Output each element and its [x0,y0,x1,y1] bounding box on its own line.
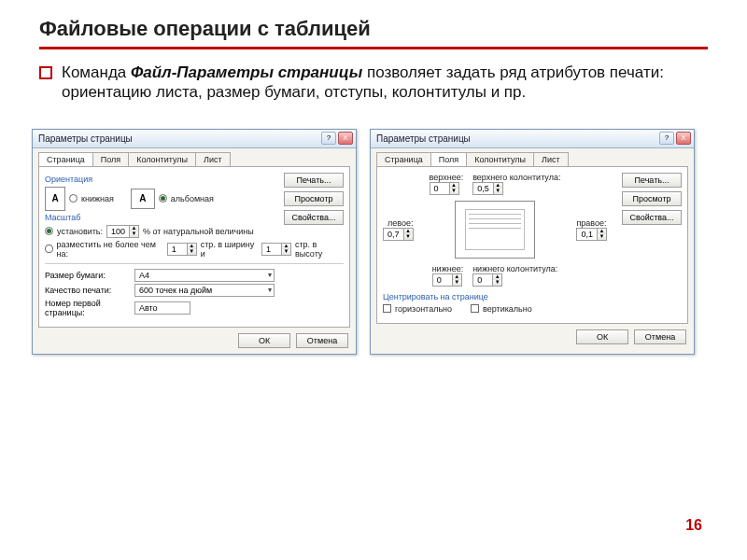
margin-left-label: левое: [383,218,414,228]
tab-page[interactable]: Страница [38,152,93,166]
margin-right-spinner[interactable]: 0,1 ▲▼ [576,228,607,241]
paper-size-select[interactable]: A4▾ [134,269,275,282]
margin-footer-spinner[interactable]: 0 ▲▼ [472,273,502,287]
landscape-radio[interactable] [159,194,167,203]
scale-set-label: установить: [57,227,103,236]
tab-sheet[interactable]: Лист [195,152,231,166]
titlebar[interactable]: Параметры страницы ? X [371,130,694,148]
spin-down-icon[interactable]: ▼ [449,189,458,194]
spin-down-icon[interactable]: ▼ [492,280,501,286]
portrait-label: книжная [81,194,114,203]
tab-headers[interactable]: Колонтитулы [128,152,196,166]
slide-title: Файловые операции с таблицей [39,17,708,49]
scale-set-radio[interactable] [45,227,53,235]
center-horizontal-checkbox[interactable] [383,304,391,313]
chevron-down-icon: ▾ [268,286,272,294]
print-quality-value: 600 точек на дюйм [139,286,212,295]
properties-button[interactable]: Свойства... [622,210,682,225]
page-setup-dialog-page: Параметры страницы ? X Страница Поля Кол… [32,129,357,355]
print-button[interactable]: Печать... [284,173,344,188]
scale-percent-value: 100 [107,227,129,236]
paper-size-label: Размер бумаги: [45,271,131,280]
properties-button[interactable]: Свойства... [284,210,344,225]
center-vertical-checkbox[interactable] [471,304,479,313]
margin-left-spinner[interactable]: 0,7 ▲▼ [383,228,414,241]
fit-width-spinner[interactable]: 1 ▲▼ [167,243,197,256]
cancel-button[interactable]: Отмена [634,329,686,344]
page-setup-dialog-margins: Параметры страницы ? X Страница Поля Кол… [370,129,695,355]
preview-button[interactable]: Просмотр [284,191,344,206]
close-button[interactable]: X [676,132,691,145]
margin-preview [455,201,535,259]
margin-footer-value: 0 [473,275,492,285]
portrait-radio[interactable] [69,194,78,203]
margin-right-value: 0,1 [577,230,597,239]
first-page-label: Номер первой страницы: [45,299,131,317]
help-button[interactable]: ? [321,132,336,145]
slide-number: 16 [685,517,702,534]
margin-right-label: правое: [576,218,607,228]
spin-down-icon[interactable]: ▼ [452,280,461,286]
margin-footer-label: нижнего колонтитула: [472,264,557,273]
body-prefix: Команда [62,63,131,81]
first-page-input[interactable]: Авто [134,301,190,315]
print-button[interactable]: Печать... [622,173,682,188]
body-paragraph: Команда Файл-Параметры страницы позволяе… [62,63,708,103]
portrait-icon: A [45,187,65,211]
print-quality-label: Качество печати: [45,286,131,295]
paper-size-value: A4 [139,271,149,280]
spin-down-icon[interactable]: ▼ [187,249,196,255]
tab-headers[interactable]: Колонтитулы [466,152,534,166]
fit-height-value: 1 [262,245,281,254]
first-page-value: Авто [139,303,158,313]
margin-top-value: 0 [430,184,449,193]
margin-bottom-spinner[interactable]: 0 ▲▼ [432,273,462,287]
spin-down-icon[interactable]: ▼ [281,249,290,255]
center-horizontal-label: горизонтально [395,304,452,314]
scale-percent-spinner[interactable]: 100 ▲▼ [106,225,139,238]
close-button[interactable]: X [338,132,353,145]
tabstrip: Страница Поля Колонтитулы Лист [371,148,694,166]
landscape-label: альбомная [171,194,214,203]
fit-height-spinner[interactable]: 1 ▲▼ [261,243,291,256]
scale-fit-label: разместить не более чем на: [57,240,163,259]
margin-header-value: 0,5 [473,184,493,193]
spin-down-icon[interactable]: ▼ [129,231,138,237]
tab-page[interactable]: Страница [376,152,431,166]
tab-body-page: Печать... Просмотр Свойства... Ориентаци… [38,166,350,328]
margin-top-spinner[interactable]: 0 ▲▼ [430,182,459,195]
landscape-icon: A [131,189,155,209]
margin-left-value: 0,7 [384,230,403,239]
tab-sheet[interactable]: Лист [533,152,569,166]
chevron-down-icon: ▾ [268,271,272,279]
tab-fields[interactable]: Поля [430,152,467,166]
ok-button[interactable]: ОК [576,329,628,344]
tab-body-margins: Печать... Просмотр Свойства... верхнее: … [376,166,688,324]
bullet-icon [39,66,52,79]
fit-suffix-label: стр. в высоту [295,240,344,259]
preview-button[interactable]: Просмотр [622,191,682,206]
fit-mid-label: стр. в ширину и [201,240,258,259]
dialog-title: Параметры страницы [376,133,471,144]
tab-fields[interactable]: Поля [92,152,129,166]
center-on-page-label: Центрировать на странице [383,292,682,301]
margin-header-spinner[interactable]: 0,5 ▲▼ [472,182,503,195]
spin-down-icon[interactable]: ▼ [403,234,413,240]
ok-button[interactable]: ОК [238,333,290,348]
titlebar[interactable]: Параметры страницы ? X [33,130,356,148]
help-button[interactable]: ? [659,132,674,145]
fit-width-value: 1 [168,245,187,254]
scale-fit-radio[interactable] [45,245,53,253]
tabstrip: Страница Поля Колонтитулы Лист [33,148,356,166]
spin-down-icon[interactable]: ▼ [597,234,606,240]
dialog-title: Параметры страницы [38,133,133,144]
spin-down-icon[interactable]: ▼ [493,189,502,194]
center-vertical-label: вертикально [483,304,532,314]
body-emphasis: Файл-Параметры страницы [131,63,362,81]
margin-top-label: верхнее: [430,173,464,182]
margin-bottom-value: 0 [433,275,452,285]
scale-set-suffix: % от натуральной величины [143,227,254,236]
margin-bottom-label: нижнее: [432,264,464,273]
print-quality-select[interactable]: 600 точек на дюйм▾ [134,284,275,297]
cancel-button[interactable]: Отмена [296,333,348,348]
